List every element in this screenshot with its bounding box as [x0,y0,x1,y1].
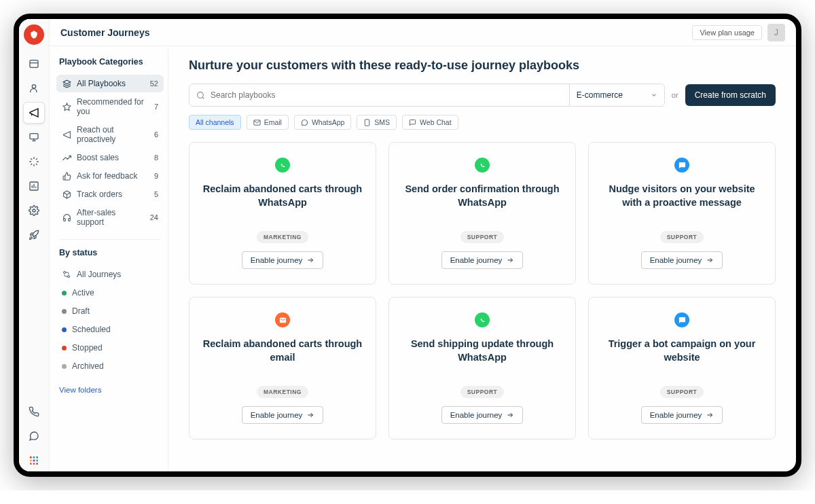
sidebar-item-reach-out[interactable]: Reach out proactively 6 [56,121,164,148]
playbook-card: Reclaim abandoned carts through WhatsApp… [189,142,376,285]
content-heading: Nurture your customers with these ready-… [189,58,776,73]
svg-rect-5 [30,456,32,458]
create-from-scratch-button[interactable]: Create from scratch [685,84,776,106]
sidebar-item-label: Reach out proactively [77,125,149,144]
sidebar-item-label: All Playbooks [77,79,126,88]
flow-icon [62,270,71,279]
rail-settings-icon[interactable] [23,200,45,221]
search-input[interactable] [211,90,562,100]
svg-rect-10 [36,460,38,462]
status-heading: By status [56,248,164,257]
status-item-active[interactable]: Active [56,284,164,302]
status-item-all[interactable]: All Journeys [56,266,164,283]
card-title: Nudge visitors on your website with a pr… [601,182,763,210]
status-dot [62,291,67,295]
package-icon [62,190,71,199]
chip-web-chat[interactable]: Web Chat [402,115,458,130]
svg-rect-9 [33,460,35,462]
svg-rect-11 [30,463,32,465]
whatsapp-icon [475,312,490,327]
status-dot [62,309,67,314]
card-tag: SUPPORT [460,231,505,243]
app-logo[interactable] [24,24,44,45]
status-item-label: Active [72,288,94,298]
sidebar-item-count: 6 [154,130,158,139]
rail-reports-icon[interactable] [23,175,45,197]
user-avatar[interactable]: J [767,24,785,41]
svg-point-1 [32,85,35,88]
svg-rect-2 [30,134,38,139]
sidebar-item-recommended[interactable]: Recommended for you 7 [56,93,164,120]
sidebar-item-track-orders[interactable]: Track orders 5 [56,185,164,203]
rail-campaigns-icon[interactable] [23,102,45,124]
status-item-scheduled[interactable]: Scheduled [56,321,164,338]
card-title: Trigger a bot campaign on your website [601,337,763,365]
playbook-card: Nudge visitors on your website with a pr… [588,142,776,285]
stack-icon [62,79,71,88]
rail-automation-icon[interactable] [23,151,45,173]
enable-journey-button[interactable]: Enable journey [441,406,524,424]
enable-journey-button[interactable]: Enable journey [641,251,723,269]
page-title: Customer Journeys [60,27,149,38]
playbook-card: Send shipping update through WhatsApp SU… [388,297,576,439]
whatsapp-icon [475,158,490,173]
sidebar-item-label: Boost sales [77,153,119,162]
svg-point-14 [64,272,66,274]
sidebar-item-after-sales[interactable]: After-sales support 24 [56,204,164,231]
svg-rect-13 [36,463,38,465]
sidebar: Playbook Categories All Playbooks 52 Rec… [50,46,168,471]
email-icon [275,312,290,327]
sidebar-item-feedback[interactable]: Ask for feedback 9 [56,167,164,185]
sidebar-item-label: Recommended for you [77,97,149,116]
enable-journey-button[interactable]: Enable journey [242,251,324,269]
svg-rect-0 [30,60,38,68]
svg-rect-6 [33,456,35,458]
status-item-stopped[interactable]: Stopped [56,339,164,357]
view-folders-link[interactable]: View folders [56,380,164,399]
status-dot [62,327,67,332]
enable-journey-button[interactable]: Enable journey [641,406,723,424]
rail-inbox-icon[interactable] [23,53,45,75]
view-plan-usage-button[interactable]: View plan usage [692,25,762,40]
card-tag: SUPPORT [660,231,704,243]
enable-journey-button[interactable]: Enable journey [242,406,324,424]
svg-rect-8 [30,460,32,462]
card-tag: MARKETING [257,231,308,243]
sidebar-item-all-playbooks[interactable]: All Playbooks 52 [56,75,164,92]
card-tag: SUPPORT [660,386,704,398]
sidebar-item-boost-sales[interactable]: Boost sales 8 [56,149,164,166]
enable-journey-button[interactable]: Enable journey [441,251,524,269]
rail-rocket-icon[interactable] [23,224,45,246]
sidebar-item-count: 24 [150,213,158,221]
status-item-label: Scheduled [72,325,111,334]
chip-all-channels[interactable]: All channels [189,115,241,130]
nav-rail [19,19,50,471]
chip-sms[interactable]: SMS [357,115,397,130]
category-select[interactable]: E-commerce [569,84,664,106]
search-icon [196,91,205,100]
trend-icon [62,153,71,162]
status-item-archived[interactable]: Archived [56,357,164,375]
chip-email[interactable]: Email [247,115,289,130]
select-value: E-commerce [577,90,623,100]
topbar: Customer Journeys View plan usage J [50,19,796,46]
chip-whatsapp[interactable]: WhatsApp [294,115,351,130]
mail-icon [253,119,261,126]
headset-icon [62,213,71,222]
chat-icon [409,119,416,126]
rail-phone-icon[interactable] [23,401,45,422]
rail-chat-icon[interactable] [23,425,45,447]
rail-apps-icon[interactable] [23,450,45,471]
sms-icon [363,119,371,126]
playbook-card: Send order confirmation through WhatsApp… [388,142,576,285]
card-title: Reclaim abandoned carts through email [202,337,363,365]
rail-monitor-icon[interactable] [23,126,45,148]
playbook-card: Trigger a bot campaign on your website S… [588,297,776,439]
rail-contacts-icon[interactable] [23,77,45,99]
status-item-label: All Journeys [77,270,121,279]
status-dot [62,346,67,350]
card-tag: SUPPORT [460,386,505,398]
megaphone-icon [62,130,71,139]
status-item-draft[interactable]: Draft [56,302,164,320]
chevron-down-icon [651,92,657,98]
